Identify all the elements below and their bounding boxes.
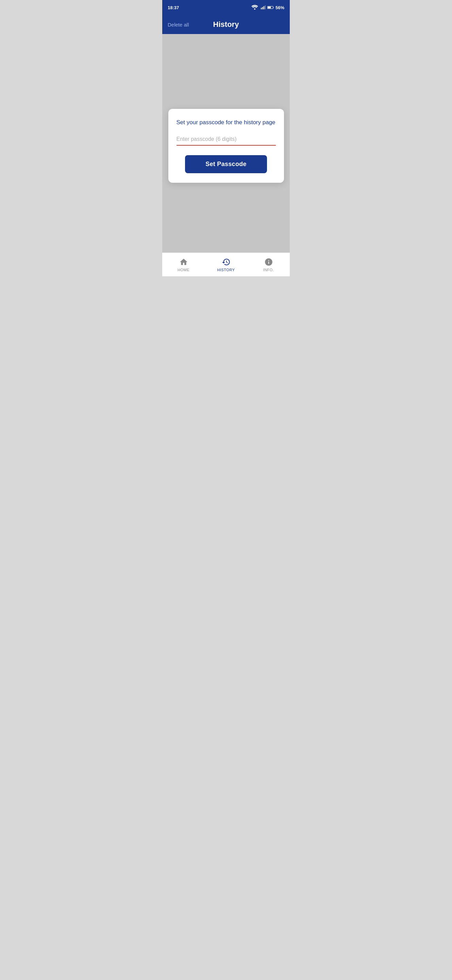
status-right: 56% (250, 3, 284, 12)
svg-rect-3 (265, 5, 266, 10)
nav-label-history: HISTORY (217, 268, 235, 272)
dialog-overlay: Set your passcode for the history page S… (162, 34, 290, 253)
status-bar: 18:37 56% (162, 0, 290, 15)
svg-rect-0 (261, 8, 262, 10)
svg-rect-5 (268, 7, 271, 8)
nav-item-home[interactable]: HOME (162, 255, 205, 275)
battery-icon (267, 5, 274, 10)
dialog-title: Set your passcode for the history page (176, 118, 276, 127)
set-passcode-button[interactable]: Set Passcode (185, 155, 267, 173)
status-icons: 56% (250, 3, 284, 12)
home-icon (179, 258, 188, 266)
nav-item-history[interactable]: HISTORY (205, 255, 247, 275)
battery-percentage: 56% (276, 5, 284, 10)
info-icon (264, 258, 273, 266)
passcode-dialog: Set your passcode for the history page S… (168, 109, 284, 183)
nav-item-info[interactable]: INFO. (247, 255, 290, 275)
bottom-navigation: HOME HISTORY INFO. (162, 253, 290, 276)
status-time: 18:37 (168, 5, 179, 10)
nav-label-info: INFO. (263, 268, 274, 272)
svg-rect-2 (263, 6, 264, 9)
main-content: Set your passcode for the history page S… (162, 34, 290, 253)
wifi-icon (250, 3, 259, 12)
delete-all-button[interactable]: Delete all (168, 22, 189, 27)
page-title: History (213, 20, 239, 29)
history-icon (222, 258, 231, 266)
svg-rect-1 (262, 7, 263, 9)
nav-label-home: HOME (178, 268, 189, 272)
page-header: Delete all History (162, 15, 290, 34)
signal-icon (260, 5, 266, 10)
passcode-input[interactable] (176, 134, 276, 146)
